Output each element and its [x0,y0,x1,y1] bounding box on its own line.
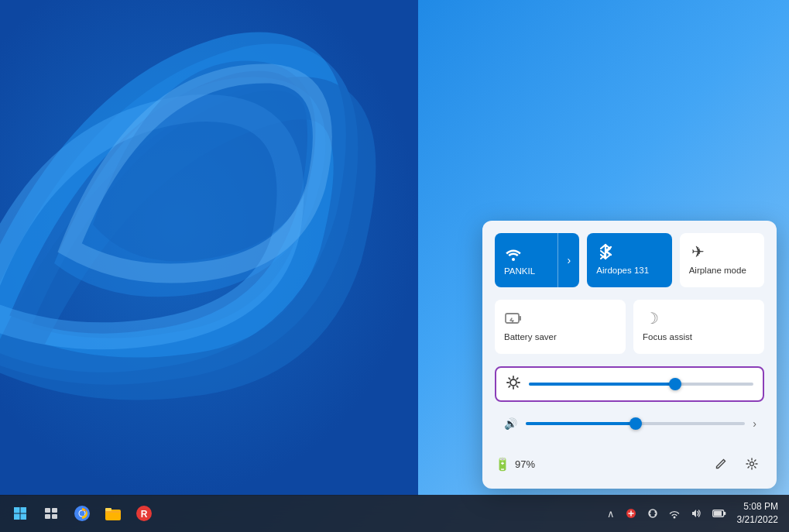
vpn-icon [626,508,636,519]
clock-date: 3/21/2022 [737,513,778,527]
start-button[interactable] [6,499,34,527]
settings-icon [746,458,758,470]
chevron-up-icon: ∧ [607,508,615,520]
svg-point-29 [673,517,675,519]
edit-button[interactable] [708,451,733,476]
volume-slider[interactable] [526,416,745,431]
volume-tray-icon [691,508,702,519]
panel-bottom: 🔋 97% [495,445,764,476]
toggle-grid-row1: PANKIL › Airdopes 131 ✈ Airplane mode [495,233,764,287]
wifi-main: PANKIL [504,245,554,276]
toggle-grid-row2: Battery saver ☽ Focus assist [495,300,764,354]
svg-rect-25 [105,508,111,511]
wifi-tray-button[interactable] [664,505,684,522]
volume-tray-button[interactable] [686,505,706,522]
wifi-label: PANKIL [504,266,535,276]
brightness-fill [529,383,675,386]
battery-tray-icon [712,509,726,518]
bluetooth-label: Airdopes 131 [596,266,649,275]
vpn-tray-button[interactable] [621,505,641,522]
taskbar-left: R [0,499,158,527]
taskbar-right: ∧ [602,499,789,528]
svg-rect-32 [723,512,726,515]
svg-rect-2 [519,316,521,321]
volume-icon: 🔊 [503,417,518,430]
bluetooth-toggle-button[interactable]: Airdopes 131 [587,233,671,287]
volume-fill [526,422,636,425]
desktop: PANKIL › Airdopes 131 ✈ Airplane mode [0,0,789,532]
svg-line-10 [516,378,517,379]
svg-rect-14 [21,507,27,513]
svg-line-9 [516,386,517,386]
task-view-icon [44,507,58,520]
taskbar: R ∧ [0,495,789,532]
windows-logo-icon [13,506,27,520]
panel-actions [708,451,764,476]
svg-rect-17 [45,508,50,513]
svg-point-3 [510,379,516,386]
svg-rect-20 [52,514,57,519]
svg-rect-19 [45,514,50,519]
wallpaper-swirl [0,0,418,496]
airplane-icon: ✈ [689,242,708,261]
svg-rect-13 [14,507,20,513]
battery-info: 🔋 97% [495,457,535,472]
clock[interactable]: 5:08 PM 3/21/2022 [732,499,783,528]
volume-expand-arrow[interactable]: › [753,417,756,430]
svg-rect-16 [21,514,27,520]
task-view-button[interactable] [37,499,65,527]
brightness-icon [506,376,521,393]
svg-rect-15 [14,514,20,520]
svg-rect-31 [714,511,722,516]
brightness-thumb[interactable] [669,378,681,390]
brightness-track [529,383,753,386]
svg-point-23 [80,511,85,517]
edit-icon [715,458,727,470]
svg-point-12 [750,462,754,466]
volume-slider-row: 🔊 › [495,410,764,438]
wifi-expand-button[interactable]: › [557,233,579,287]
svg-line-11 [509,386,509,386]
svg-text:R: R [141,509,148,520]
svg-line-8 [509,378,509,379]
brightness-slider[interactable] [529,376,753,392]
file-explorer-taskbar-button[interactable] [99,499,127,527]
svg-rect-18 [52,508,57,513]
airplane-toggle-button[interactable]: ✈ Airplane mode [680,233,764,287]
volume-track [526,422,745,425]
sync-tray-button[interactable] [643,505,663,522]
chrome-icon [74,505,91,522]
hidden-icons-button[interactable]: ∧ [602,505,619,523]
wifi-tray-icon [669,508,680,519]
focus-assist-toggle-button[interactable]: ☽ Focus assist [633,300,764,354]
quick-settings-panel: PANKIL › Airdopes 131 ✈ Airplane mode [482,221,777,489]
app4-taskbar-button[interactable]: R [130,499,158,527]
bluetooth-icon [596,242,615,261]
wifi-icon [504,245,523,263]
wifi-toggle-button[interactable]: PANKIL › [495,233,579,287]
battery-saver-icon [504,309,523,328]
focus-assist-icon: ☽ [643,309,661,328]
sync-icon [647,508,658,519]
battery-saver-toggle-button[interactable]: Battery saver [495,300,626,354]
battery-saver-label: Battery saver [504,332,557,342]
chrome-taskbar-button[interactable] [68,499,96,527]
focus-assist-label: Focus assist [643,332,692,342]
airplane-label: Airplane mode [689,266,746,275]
clock-time: 5:08 PM [743,500,778,513]
battery-tray-button[interactable] [708,506,731,521]
settings-button[interactable] [739,451,764,476]
battery-percent: 97% [515,458,535,470]
brightness-slider-row [495,366,764,402]
file-explorer-icon [105,506,122,521]
battery-icon: 🔋 [495,457,510,472]
volume-thumb[interactable] [629,417,642,430]
app4-icon: R [136,505,153,522]
